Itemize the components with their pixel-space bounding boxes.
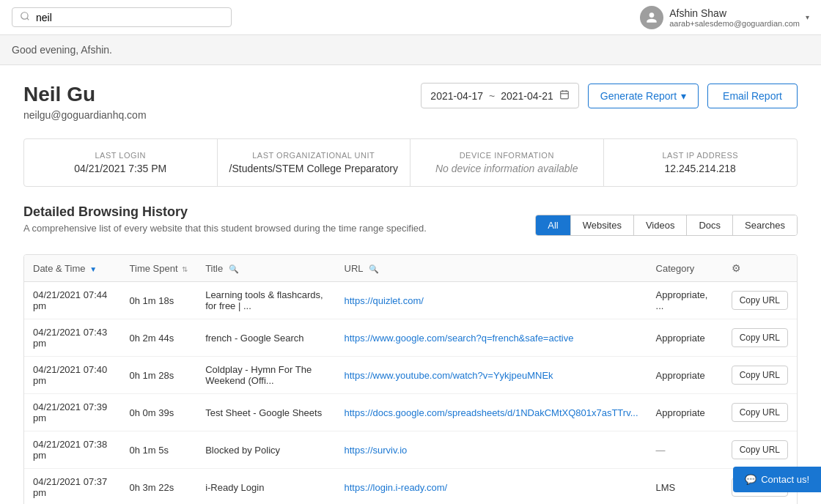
cell-time-spent: 0h 1m 5s xyxy=(121,431,197,469)
cell-time-spent: 0h 1m 28s xyxy=(121,357,197,394)
cell-url: https://www.google.com/search?q=french&s… xyxy=(336,319,647,357)
stat-last-ip-value: 12.245.214.218 xyxy=(616,163,786,174)
cell-url: https://quizlet.com/ xyxy=(336,282,647,319)
browsing-history-table: Date & Time ▼ Time Spent ⇅ Title 🔍 URL 🔍… xyxy=(23,254,798,504)
filter-websites-button[interactable]: Websites xyxy=(571,215,634,235)
table-row: 04/21/2021 07:40 pm 0h 1m 28s Coldplay -… xyxy=(24,357,797,394)
stat-last-login: LAST LOGIN 04/21/2021 7:35 PM xyxy=(24,139,218,186)
filter-buttons: All Websites Videos Docs Searches xyxy=(535,215,798,236)
stat-last-org: LAST ORGANIZATIONAL UNIT /Students/STEM … xyxy=(218,139,411,186)
cell-time-spent: 0h 0m 39s xyxy=(121,394,197,431)
cell-url: https://surviv.io xyxy=(336,431,647,469)
cell-category: Appropriate xyxy=(647,319,723,357)
cell-category: Appropriate, ... xyxy=(647,282,723,319)
filter-row: Detailed Browsing History A comprehensiv… xyxy=(23,204,798,245)
url-link[interactable]: https://login.i-ready.com/ xyxy=(345,482,448,493)
table-header-row: Date & Time ▼ Time Spent ⇅ Title 🔍 URL 🔍… xyxy=(24,255,797,282)
stat-last-login-value: 04/21/2021 7:35 PM xyxy=(36,163,205,174)
filter-docs-button[interactable]: Docs xyxy=(687,215,733,235)
cell-action: Copy URL xyxy=(723,282,797,319)
section-subtitle: A comprehensive list of every website th… xyxy=(23,223,427,234)
url-link[interactable]: https://quizlet.com/ xyxy=(345,295,424,306)
filter-searches-button[interactable]: Searches xyxy=(733,215,797,235)
student-info: Neil Gu neilgu@goguardianhq.com xyxy=(23,83,147,121)
copy-url-button[interactable]: Copy URL xyxy=(732,403,788,422)
date-end: 2021-04-21 xyxy=(501,90,553,102)
filter-all-button[interactable]: All xyxy=(536,215,570,235)
date-separator: ~ xyxy=(489,90,495,102)
student-email: neilgu@goguardianhq.com xyxy=(23,109,147,121)
url-link[interactable]: https://docs.google.com/spreadsheets/d/1… xyxy=(345,407,638,418)
stat-last-org-label: LAST ORGANIZATIONAL UNIT xyxy=(229,151,399,160)
search-input[interactable] xyxy=(36,12,224,23)
svg-line-1 xyxy=(27,18,29,21)
col-category: Category xyxy=(647,255,723,282)
stat-device: DEVICE INFORMATION No device information… xyxy=(410,139,604,186)
cell-url: https://docs.google.com/spreadsheets/d/1… xyxy=(336,394,647,431)
copy-url-button[interactable]: Copy URL xyxy=(732,328,788,347)
cell-action: Copy URL xyxy=(723,394,797,431)
gear-icon[interactable]: ⚙ xyxy=(732,262,741,274)
email-report-label: Email Report xyxy=(723,90,782,102)
calendar-icon xyxy=(559,89,570,102)
chat-icon: 💬 xyxy=(745,474,756,485)
section-title: Detailed Browsing History xyxy=(23,204,427,220)
cell-action: Copy URL xyxy=(723,319,797,357)
actions-row: 2021-04-17 ~ 2021-04-21 Generate Report … xyxy=(421,83,798,108)
contact-us-button[interactable]: 💬 Contact us! xyxy=(733,467,821,492)
header: Afshin Shaw aarab+salesdemo@goguardian.c… xyxy=(0,0,821,35)
stat-last-login-label: LAST LOGIN xyxy=(36,151,205,160)
stat-last-ip: LAST IP ADDRESS 12.245.214.218 xyxy=(604,139,798,186)
stat-last-org-value: /Students/STEM College Preparatory xyxy=(229,163,399,174)
cell-time-spent: 0h 1m 18s xyxy=(121,282,197,319)
student-header: Neil Gu neilgu@goguardianhq.com 2021-04-… xyxy=(23,83,798,121)
sort-date-icon[interactable]: ▼ xyxy=(89,265,97,273)
generate-report-chevron-icon: ▾ xyxy=(681,90,686,102)
svg-rect-2 xyxy=(561,91,569,98)
url-link[interactable]: https://www.youtube.com/watch?v=YykjpeuM… xyxy=(345,370,553,381)
greeting-banner: Good evening, Afshin. xyxy=(0,35,821,65)
col-time-spent: Time Spent ⇅ xyxy=(121,255,197,282)
copy-url-button[interactable]: Copy URL xyxy=(732,291,788,310)
chevron-down-icon: ▾ xyxy=(806,13,809,21)
browsing-history-section: Detailed Browsing History A comprehensiv… xyxy=(23,204,798,504)
table-row: 04/21/2021 07:43 pm 0h 2m 44s french - G… xyxy=(24,319,797,357)
user-menu[interactable]: Afshin Shaw aarab+salesdemo@goguardian.c… xyxy=(640,6,809,29)
sort-time-icon[interactable]: ⇅ xyxy=(182,265,188,273)
cell-title: Coldplay - Hymn For The Weekend (Offi... xyxy=(196,357,335,394)
stat-device-value: No device information available xyxy=(422,163,592,174)
student-name: Neil Gu xyxy=(23,83,147,106)
table-row: 04/21/2021 07:37 pm 0h 3m 22s i-Ready Lo… xyxy=(24,469,797,505)
main-content: Neil Gu neilgu@goguardianhq.com 2021-04-… xyxy=(0,65,821,504)
copy-url-button[interactable]: Copy URL xyxy=(732,440,788,459)
cell-date: 04/21/2021 07:38 pm xyxy=(24,431,121,469)
table-row: 04/21/2021 07:39 pm 0h 0m 39s Test Sheet… xyxy=(24,394,797,431)
col-date-time: Date & Time ▼ xyxy=(24,255,121,282)
col-title: Title 🔍 xyxy=(196,255,335,282)
cell-category: Appropriate xyxy=(647,357,723,394)
copy-url-button[interactable]: Copy URL xyxy=(732,366,788,385)
cell-title: i-Ready Login xyxy=(196,469,335,505)
table-row: 04/21/2021 07:38 pm 0h 1m 5s Blocked by … xyxy=(24,431,797,469)
cell-title: Learning tools & flashcards, for free | … xyxy=(196,282,335,319)
col-actions: ⚙ xyxy=(723,255,797,282)
generate-report-label: Generate Report xyxy=(600,90,677,102)
cell-action: Copy URL xyxy=(723,431,797,469)
avatar xyxy=(640,6,663,29)
table-row: 04/21/2021 07:44 pm 0h 1m 18s Learning t… xyxy=(24,282,797,319)
search-bar[interactable] xyxy=(12,7,232,27)
cell-title: Blocked by Policy xyxy=(196,431,335,469)
date-range-picker[interactable]: 2021-04-17 ~ 2021-04-21 xyxy=(421,83,578,108)
title-search-icon[interactable]: 🔍 xyxy=(229,264,239,273)
cell-date: 04/21/2021 07:40 pm xyxy=(24,357,121,394)
url-link[interactable]: https://surviv.io xyxy=(345,445,408,456)
generate-report-button[interactable]: Generate Report ▾ xyxy=(588,84,699,108)
filter-videos-button[interactable]: Videos xyxy=(634,215,688,235)
cell-category: LMS xyxy=(647,469,723,505)
section-header: Detailed Browsing History A comprehensiv… xyxy=(23,204,427,245)
user-email: aarab+salesdemo@goguardian.com xyxy=(669,19,800,28)
url-link[interactable]: https://www.google.com/search?q=french&s… xyxy=(345,333,574,344)
email-report-button[interactable]: Email Report xyxy=(707,84,798,108)
url-search-icon[interactable]: 🔍 xyxy=(369,264,379,273)
cell-date: 04/21/2021 07:37 pm xyxy=(24,469,121,505)
